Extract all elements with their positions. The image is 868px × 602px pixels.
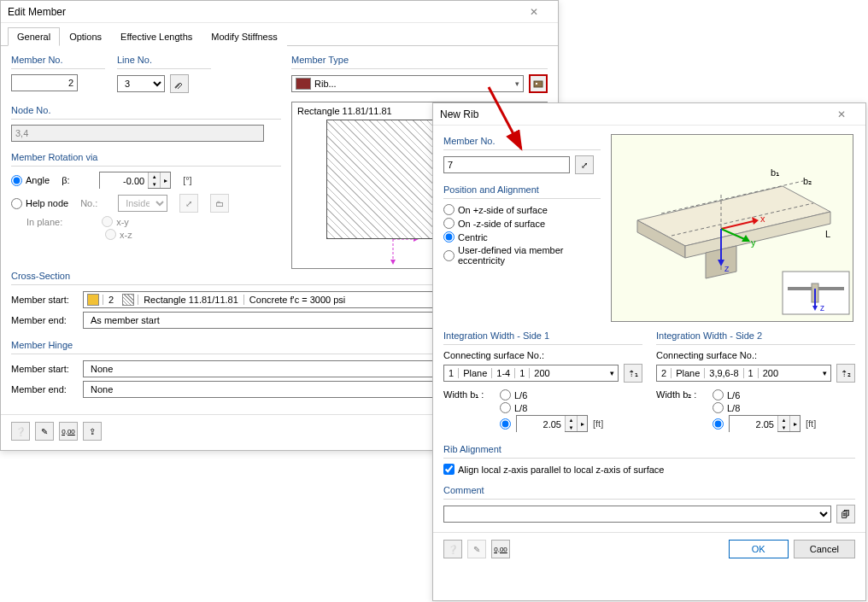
b2-l6-radio[interactable]: L/6 [713,389,740,400]
help-icon[interactable]: ❔ [11,422,30,441]
tab-general[interactable]: General [8,27,60,46]
node-no-input [11,125,264,142]
help-icon[interactable]: ❔ [443,540,462,558]
new-rib-content: Member No. ⤢ Position and Alignment On +… [433,126,865,523]
pick-member-icon[interactable]: ⤢ [575,155,594,174]
comment-select[interactable] [443,506,831,523]
side2-connecting-label: Connecting surface No.: [656,350,855,360]
edit-member-title: Edit Member [8,6,517,18]
rib-member-no-label: Member No. [443,134,601,150]
line-no-label: Line No. [117,53,211,69]
b2-l8-radio[interactable]: L/8 [713,402,740,413]
svg-text:x: x [760,213,765,224]
side2-label: Integration Width - Side 2 [656,329,855,345]
member-type-label: Member Type [291,53,548,69]
tab-options[interactable]: Options [60,27,111,46]
b1-l8-radio[interactable]: L/8 [500,402,527,413]
svg-rect-1 [536,83,537,85]
rib-align-label: Rib Alignment [443,442,855,459]
note-icon[interactable]: ✎ [35,422,54,441]
width-b1-label: Width b₁ : [443,389,495,400]
rib-diagram: x y z b₁ b₂ L z [611,134,853,322]
svg-text:L: L [825,229,830,239]
side1-surface-select[interactable]: 1 Plane 1-4 1 200 ▾ [443,365,619,382]
b1-custom-radio[interactable] [500,418,511,430]
rotation-label: Member Rotation via [11,150,281,167]
pick-node-icon: ⤢ [179,194,198,213]
note-icon: ✎ [467,540,486,558]
units-icon[interactable]: 0,00 [491,540,510,558]
svg-marker-3 [390,260,396,265]
side2-surface-select[interactable]: 2 Plane 3,9,6-8 1 200 ▾ [656,365,831,382]
member-type-settings-button[interactable] [529,74,548,93]
tab-effective-lengths[interactable]: Effective Lengths [111,27,202,46]
new-rib-ok-button[interactable]: OK [729,540,789,558]
svg-text:z: z [724,263,730,273]
width-b2-label: Width b₂ : [656,389,707,400]
b1-value-spinner[interactable]: ▲▼ ▸ [516,415,588,432]
member-no-label: Member No. [11,53,105,69]
new-rib-cancel-button[interactable]: Cancel [794,540,855,558]
angle-unit: [°] [183,175,192,185]
svg-marker-5 [413,239,419,242]
svg-rect-0 [534,81,542,87]
helpnode-no-label: No.: [80,198,106,208]
edit-member-titlebar: Edit Member ✕ [1,1,558,23]
svg-text:b₁: b₁ [771,167,779,178]
new-rib-bottombar: ❔ ✎ 0,00 OK Cancel [433,532,865,565]
line-no-select[interactable]: 3 [117,75,165,92]
plane-xz-radio: x-z [105,229,132,240]
svg-text:b₂: b₂ [803,176,812,186]
export-icon[interactable]: ⇪ [83,422,102,441]
new-rib-titlebar: New Rib ✕ [433,103,865,126]
cs-start-label: Member start: [11,295,78,305]
b1-l6-radio[interactable]: L/6 [500,389,527,400]
rib-member-no-input[interactable] [443,156,570,173]
angle-spinner[interactable]: ▲▼ ▸ [99,172,171,189]
new-rib-title: New Rib [440,108,824,120]
b2-value-spinner[interactable]: ▲▼ ▸ [729,415,801,432]
plane-xy-radio: x-y [102,216,129,227]
pos-user-radio[interactable]: User-defined via member eccentricity [443,245,601,266]
new-rib-window: New Rib ✕ Member No. ⤢ Position and Alig… [432,102,866,601]
axis-icon [376,239,427,269]
hinge-end-label: Member end: [11,384,78,395]
member-type-select[interactable]: Rib... ▾ [291,75,524,92]
cs-end-label: Member end: [11,315,78,325]
folder-icon: 🗀 [210,194,229,213]
hinge-start-label: Member start: [11,364,78,374]
in-plane-label: In plane: [26,217,62,227]
units-icon[interactable]: 0,00 [59,422,78,441]
pos-plus-z-radio[interactable]: On +z-side of surface [443,204,601,215]
comment-pick-icon[interactable]: 🗐 [836,505,855,523]
comment-label: Comment [443,483,855,500]
member-no-input[interactable] [11,74,78,91]
edit-member-tabs: General Options Effective Lengths Modify… [1,23,558,46]
pick-surface1-icon[interactable]: ⇡₁ [624,364,642,383]
beta-label: β: [62,175,87,185]
rotation-angle-radio[interactable]: Angle [11,175,50,186]
close-icon[interactable]: ✕ [517,1,551,22]
helpnode-inside-select: Inside [118,195,167,212]
tab-modify-stiffness[interactable]: Modify Stiffness [202,27,286,46]
rib-align-checkbox[interactable]: Align local z-axis parallel to local z-a… [443,464,855,475]
position-label: Position and Alignment [443,183,601,199]
b2-custom-radio[interactable] [713,418,724,430]
pick-line-icon[interactable] [170,74,189,93]
pos-minus-z-radio[interactable]: On -z-side of surface [443,218,601,229]
cs-swatch-icon [87,294,99,306]
svg-text:z: z [820,303,824,313]
side1-connecting-label: Connecting surface No.: [443,350,642,360]
cs-hatch-icon [122,294,134,306]
svg-text:y: y [751,237,756,248]
close-icon[interactable]: ✕ [824,103,859,125]
pick-surface2-icon[interactable]: ⇡₂ [836,364,855,383]
rotation-helpnode-radio[interactable]: Help node [11,198,68,209]
pos-centric-radio[interactable]: Centric [443,231,601,243]
side1-label: Integration Width - Side 1 [443,329,642,345]
rib-swatch-icon [296,78,311,90]
node-no-label: Node No. [11,103,281,120]
